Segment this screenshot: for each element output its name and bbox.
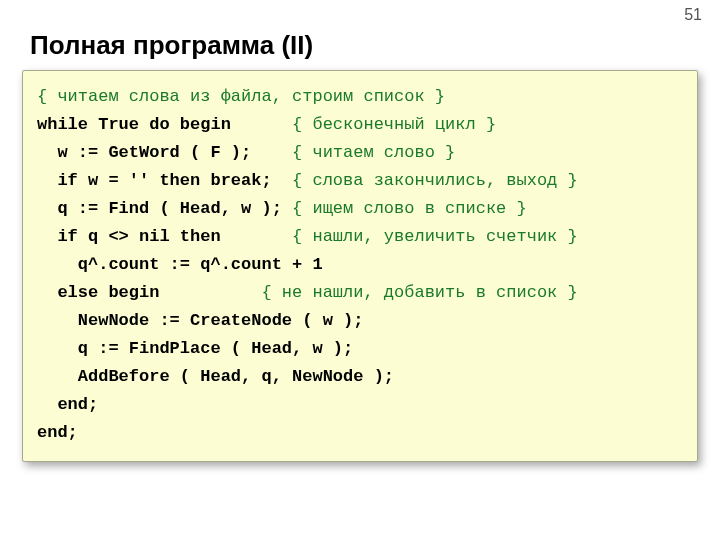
slide: 51 Полная программа (II) { читаем слова … — [0, 0, 720, 540]
code-line: q := FindPlace ( Head, w ); — [37, 335, 683, 363]
code-line: NewNode := CreateNode ( w ); — [37, 307, 683, 335]
code-text: w := GetWord ( F ); — [37, 143, 292, 162]
code-line: { читаем слова из файла, строим список } — [37, 83, 683, 111]
code-line: w := GetWord ( F ); { читаем слово } — [37, 139, 683, 167]
code-text: if w = '' then break; — [37, 171, 292, 190]
code-text: if q <> nil then — [37, 227, 292, 246]
code-comment: { слова закончились, выход } — [292, 171, 578, 190]
code-line: else begin { не нашли, добавить в список… — [37, 279, 683, 307]
code-comment: { бесконечный цикл } — [292, 115, 496, 134]
code-line: if q <> nil then { нашли, увеличить счет… — [37, 223, 683, 251]
code-text: while True do begin — [37, 115, 292, 134]
code-line: while True do begin { бесконечный цикл } — [37, 111, 683, 139]
code-box: { читаем слова из файла, строим список }… — [22, 70, 698, 462]
page-number: 51 — [684, 6, 702, 24]
code-comment: { ищем слово в списке } — [292, 199, 527, 218]
code-line: end; — [37, 391, 683, 419]
code-comment: { нашли, увеличить счетчик } — [292, 227, 578, 246]
code-text: else begin — [37, 283, 261, 302]
code-comment: { читаем слова из файла, строим список } — [37, 87, 445, 106]
code-line: q := Find ( Head, w ); { ищем слово в сп… — [37, 195, 683, 223]
code-comment: { читаем слово } — [292, 143, 455, 162]
code-text: q := Find ( Head, w ); — [37, 199, 292, 218]
slide-title: Полная программа (II) — [30, 30, 313, 61]
code-line: q^.count := q^.count + 1 — [37, 251, 683, 279]
code-line: end; — [37, 419, 683, 447]
code-line: AddBefore ( Head, q, NewNode ); — [37, 363, 683, 391]
code-line: if w = '' then break; { слова закончилис… — [37, 167, 683, 195]
code-comment: { не нашли, добавить в список } — [261, 283, 577, 302]
